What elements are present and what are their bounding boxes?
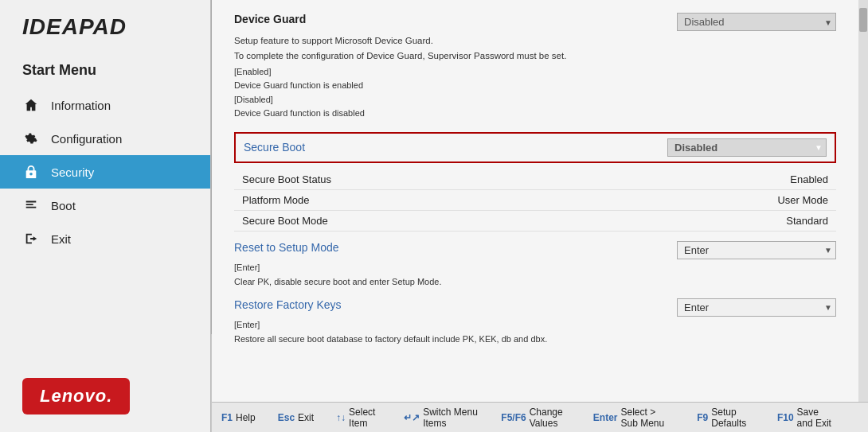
reset-setup-dropdown-wrapper[interactable]: Enter ▼ — [677, 241, 836, 259]
footer-label-sub: Select > Sub Menu — [620, 407, 674, 429]
content-area: Device Guard Disabled Enabled ▼ Setup fe… — [212, 0, 858, 402]
footer-key-f5f6: F5/F6 — [501, 412, 526, 423]
footer-key-f9: F9 — [697, 412, 708, 423]
footer-label-switch: Switch Menu Items — [423, 407, 479, 429]
start-menu-label: Start Menu — [0, 48, 210, 88]
secure-boot-section: Secure Boot Disabled Enabled ▼ — [234, 132, 836, 163]
footer-label-defaults: Setup Defaults — [711, 407, 755, 429]
footer-label-exit: Exit — [298, 412, 314, 423]
main-content: Device Guard Disabled Enabled ▼ Setup fe… — [212, 0, 868, 432]
sidebar-label-configuration: Configuration — [51, 132, 122, 146]
device-guard-info: [Enabled] Device Guard function is enabl… — [234, 65, 836, 121]
footer-switch: ↵↗ Switch Menu Items — [404, 407, 479, 429]
footer-bar: F1 Help Esc Exit ↑↓ Select Item ↵↗ Switc… — [212, 402, 868, 432]
secure-boot-dropdown-wrapper[interactable]: Disabled Enabled ▼ — [667, 138, 827, 157]
device-guard-note: To complete the configuration of Device … — [234, 49, 836, 63]
footer-label-select-item: Select Item — [349, 407, 381, 429]
sidebar-item-information[interactable]: Information — [0, 88, 210, 122]
footer-enter: Enter Select > Sub Menu — [593, 407, 674, 429]
logo-area: IDEAPAD — [0, 0, 210, 48]
sidebar-label-boot: Boot — [51, 199, 76, 212]
bios-container: IDEAPAD Start Menu Information Configura… — [0, 0, 868, 432]
reset-setup-header: Reset to Setup Mode Enter ▼ — [234, 241, 836, 259]
footer-label-help: Help — [236, 412, 256, 423]
app-logo: IDEAPAD — [22, 14, 127, 39]
reset-setup-title: Reset to Setup Mode — [234, 241, 339, 254]
footer-f9: F9 Setup Defaults — [697, 407, 755, 429]
lenovo-logo-area: Lenovo. — [0, 364, 210, 432]
secure-boot-mode-value: Standard — [786, 215, 828, 227]
sidebar: IDEAPAD Start Menu Information Configura… — [0, 0, 211, 432]
sidebar-label-exit: Exit — [51, 232, 71, 246]
boot-icon — [22, 197, 40, 214]
sidebar-item-exit[interactable]: Exit — [0, 222, 210, 255]
lenovo-logo: Lenovo. — [22, 378, 130, 414]
restore-factory-desc: Restore all secure boot database to fact… — [234, 333, 836, 346]
footer-f5f6: F5/F6 Change Values — [501, 407, 570, 429]
reset-setup-section: Reset to Setup Mode Enter ▼ [Enter] Clea… — [234, 241, 836, 289]
device-guard-header: Device Guard Disabled Enabled ▼ — [234, 13, 836, 31]
device-guard-dropdown[interactable]: Disabled Enabled — [677, 13, 836, 31]
scrollbar[interactable] — [858, 0, 868, 402]
restore-factory-title: Restore Factory Keys — [234, 298, 342, 311]
footer-key-enter: Enter — [593, 412, 618, 423]
footer-label-save: Save and Exit — [797, 407, 836, 429]
reset-setup-desc: Clear PK, disable secure boot and enter … — [234, 275, 836, 289]
device-guard-desc: Setup feature to support Microsoft Devic… — [234, 34, 836, 48]
footer-f10: F10 Save and Exit — [777, 407, 836, 429]
sidebar-item-boot[interactable]: Boot — [0, 189, 210, 222]
secure-boot-header: Secure Boot Disabled Enabled ▼ — [244, 138, 827, 157]
device-guard-disabled-desc: Device Guard function is disabled — [234, 107, 836, 121]
footer-key-f10: F10 — [777, 412, 794, 423]
footer-key-arrows: ↑↓ — [336, 412, 346, 423]
reset-setup-dropdown[interactable]: Enter — [677, 241, 836, 259]
platform-mode-label: Platform Mode — [242, 194, 310, 206]
platform-mode-value: User Mode — [777, 194, 828, 206]
home-icon — [22, 96, 40, 114]
restore-factory-header: Restore Factory Keys Enter ▼ — [234, 298, 836, 317]
device-guard-dropdown-wrapper[interactable]: Disabled Enabled ▼ — [677, 13, 836, 31]
restore-factory-dropdown[interactable]: Enter — [677, 298, 836, 317]
exit-icon — [22, 230, 40, 247]
content-wrapper: Device Guard Disabled Enabled ▼ Setup fe… — [212, 0, 868, 402]
device-guard-enabled-label: [Enabled] — [234, 65, 836, 80]
secure-boot-status-row: Secure Boot Status Enabled — [234, 169, 836, 190]
restore-factory-info: [Enter] — [234, 318, 836, 332]
platform-mode-row: Platform Mode User Mode — [234, 190, 836, 211]
sidebar-item-configuration[interactable]: Configuration — [0, 122, 210, 155]
footer-f1: F1 Help — [221, 412, 256, 423]
secure-boot-status-value: Enabled — [790, 173, 828, 185]
device-guard-title: Device Guard — [234, 13, 306, 25]
secure-boot-title: Secure Boot — [244, 141, 305, 154]
secure-boot-mode-row: Secure Boot Mode Standard — [234, 211, 836, 232]
device-guard-enabled-desc: Device Guard function is enabled — [234, 79, 836, 93]
secure-boot-mode-label: Secure Boot Mode — [242, 215, 328, 227]
footer-arrows: ↑↓ Select Item — [336, 407, 381, 429]
secure-boot-status-label: Secure Boot Status — [242, 173, 331, 185]
restore-factory-dropdown-wrapper[interactable]: Enter ▼ — [677, 298, 836, 317]
scroll-thumb[interactable] — [859, 8, 867, 32]
sidebar-label-information: Information — [51, 99, 111, 112]
sidebar-label-security: Security — [51, 165, 94, 179]
secure-boot-dropdown[interactable]: Disabled Enabled — [667, 138, 827, 157]
reset-setup-info: [Enter] — [234, 261, 836, 274]
sidebar-item-security[interactable]: Security — [0, 155, 210, 189]
device-guard-section: Device Guard Disabled Enabled ▼ Setup fe… — [234, 13, 836, 121]
footer-key-switch: ↵↗ — [404, 412, 420, 423]
config-icon — [22, 130, 40, 147]
footer-key-esc: Esc — [278, 412, 295, 423]
footer-key-f1: F1 — [221, 412, 233, 423]
device-guard-disabled-label: [Disabled] — [234, 93, 836, 107]
restore-factory-section: Restore Factory Keys Enter ▼ [Enter] Res… — [234, 298, 836, 346]
footer-label-change: Change Values — [530, 407, 571, 429]
footer-esc: Esc Exit — [278, 412, 314, 423]
lock-icon — [22, 163, 40, 181]
